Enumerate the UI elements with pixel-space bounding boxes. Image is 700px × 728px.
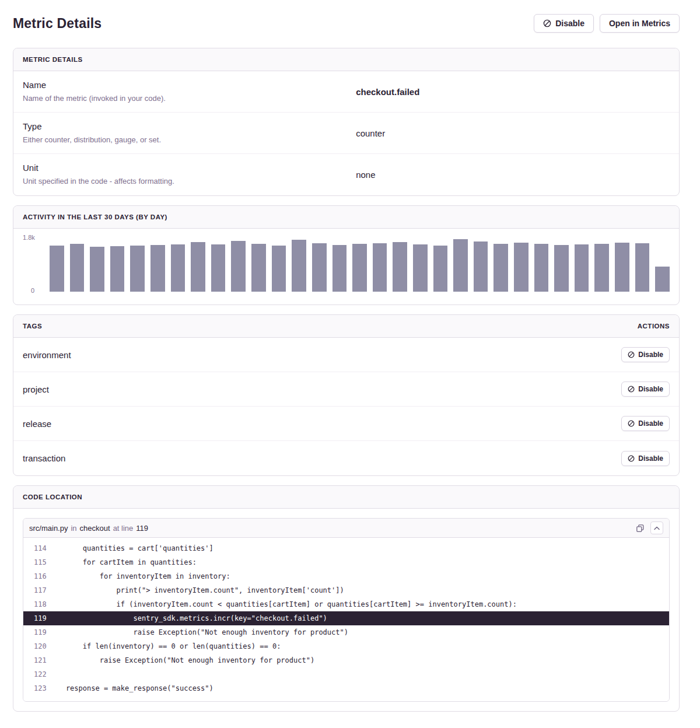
- detail-description: Either counter, distribution, gauge, or …: [23, 135, 356, 144]
- activity-bar: [594, 244, 609, 292]
- tag-row-environment: environment Disable: [13, 338, 679, 372]
- detail-value-unit: none: [356, 170, 670, 180]
- code-line-number: 119: [136, 524, 148, 533]
- activity-bar: [635, 243, 650, 292]
- code-line-text: if len(inventory) == 0 or len(quantities…: [49, 639, 281, 653]
- code-body: 114 quantities = cart['quantities'] 115 …: [23, 538, 669, 701]
- disable-tag-label: Disable: [638, 351, 663, 359]
- tags-panel: TAGS ACTIONS environment Disable project: [13, 314, 680, 476]
- activity-bar: [231, 241, 246, 292]
- metric-details-panel: METRIC DETAILS Name Name of the metric (…: [13, 48, 680, 196]
- activity-panel: ACTIVITY IN THE LAST 30 DAYS (BY DAY) 1.…: [13, 205, 680, 305]
- activity-bar: [171, 244, 186, 292]
- activity-bar: [413, 244, 428, 292]
- detail-row-name: Name Name of the metric (invoked in your…: [13, 71, 679, 113]
- activity-bar: [312, 243, 327, 292]
- ban-icon: [628, 386, 635, 393]
- tags-panel-header: TAGS ACTIONS: [13, 315, 679, 338]
- tag-name: release: [23, 419, 51, 429]
- disable-metric-label: Disable: [555, 19, 584, 28]
- detail-description: Unit specified in the code - affects for…: [23, 177, 356, 186]
- code-line: 114 quantities = cart['quantities']: [23, 541, 669, 555]
- activity-bar: [514, 243, 528, 292]
- detail-row-type-left: Type Either counter, distribution, gauge…: [23, 121, 356, 145]
- activity-bar: [534, 244, 549, 292]
- open-in-metrics-button[interactable]: Open in Metrics: [600, 14, 680, 33]
- code-line-text: sentry_sdk.metrics.incr(key="checkout.fa…: [49, 611, 327, 625]
- code-line-text: if (inventoryItem.count < quantities[car…: [49, 597, 517, 611]
- activity-bar: [50, 246, 64, 292]
- activity-bar: [453, 239, 468, 292]
- activity-bar: [433, 246, 448, 292]
- code-line-number: 114: [23, 541, 49, 555]
- activity-panel-header: ACTIVITY IN THE LAST 30 DAYS (BY DAY): [13, 206, 679, 229]
- activity-bar: [191, 242, 205, 292]
- disable-tag-label: Disable: [638, 385, 663, 393]
- code-at-line-word: at line: [113, 524, 134, 533]
- code-line-number: 123: [23, 681, 49, 695]
- disable-tag-environment-button[interactable]: Disable: [621, 347, 670, 362]
- activity-bar: [554, 245, 569, 292]
- page-header: Metric Details Disable Open in Metrics: [13, 14, 680, 33]
- tag-row-release: release Disable: [13, 407, 679, 441]
- code-line: 117 print("> inventoryItem.count", inven…: [23, 583, 669, 597]
- ban-icon: [543, 19, 551, 27]
- detail-label: Type: [23, 121, 356, 131]
- code-line-text: raise Exception("Not enough inventory fo…: [49, 653, 314, 667]
- tag-name: transaction: [23, 453, 65, 463]
- activity-bar: [494, 244, 508, 292]
- disable-tag-release-button[interactable]: Disable: [621, 416, 670, 431]
- code-line-number: 115: [23, 555, 49, 569]
- activity-bar: [70, 244, 85, 292]
- code-line-text: quantities = cart['quantities']: [49, 541, 214, 555]
- code-path: src/main.py in checkout at line 119: [29, 524, 148, 533]
- activity-bar: [393, 242, 407, 292]
- code-file-name: src/main.py: [29, 524, 68, 533]
- disable-tag-label: Disable: [638, 454, 663, 463]
- detail-value-type: counter: [356, 128, 670, 138]
- activity-bar: [90, 247, 104, 292]
- collapse-code-button[interactable]: [650, 522, 663, 534]
- page-title: Metric Details: [13, 16, 102, 32]
- code-line: 118 if (inventoryItem.count < quantities…: [23, 597, 669, 611]
- activity-bar: [615, 243, 629, 292]
- activity-bar: [130, 246, 145, 292]
- activity-bar: [150, 245, 165, 292]
- detail-row-unit-left: Unit Unit specified in the code - affect…: [23, 163, 356, 187]
- activity-bar: [655, 267, 670, 292]
- code-line-number: 119: [23, 611, 49, 625]
- disable-tag-transaction-button[interactable]: Disable: [621, 451, 670, 466]
- open-in-metrics-label: Open in Metrics: [609, 19, 670, 28]
- activity-bar: [211, 244, 226, 292]
- tag-row-transaction: transaction Disable: [13, 441, 679, 475]
- code-snippet-frame: src/main.py in checkout at line 119: [23, 518, 670, 702]
- code-line-number: 119: [23, 625, 49, 639]
- detail-value-name: checkout.failed: [356, 87, 670, 97]
- code-line-number: 122: [23, 667, 49, 681]
- code-line-number: 116: [23, 569, 49, 583]
- code-line-number: 118: [23, 597, 49, 611]
- header-actions: Disable Open in Metrics: [534, 14, 680, 33]
- code-line: 123 response = make_response("success"): [23, 681, 669, 695]
- code-line: 115 for cartItem in quantities:: [23, 555, 669, 569]
- disable-metric-button[interactable]: Disable: [534, 14, 594, 33]
- disable-tag-project-button[interactable]: Disable: [621, 382, 670, 397]
- code-line-text: raise Exception("Not enough inventory fo…: [49, 625, 348, 639]
- code-location-panel-title: CODE LOCATION: [23, 494, 82, 501]
- detail-row-unit: Unit Unit specified in the code - affect…: [13, 154, 679, 195]
- metric-details-panel-header: METRIC DETAILS: [13, 48, 679, 71]
- code-header-actions: [635, 522, 663, 534]
- activity-bar: [373, 243, 387, 292]
- metric-details-panel-title: METRIC DETAILS: [23, 56, 83, 63]
- metric-details-page: Metric Details Disable Open in Metrics M…: [0, 0, 700, 728]
- code-location-panel: CODE LOCATION src/main.py in checkout at…: [13, 485, 680, 712]
- ban-icon: [628, 455, 635, 462]
- y-axis-tick-zero: 0: [23, 287, 46, 294]
- detail-row-name-left: Name Name of the metric (invoked in your…: [23, 80, 356, 103]
- code-line-text: for cartItem in quantities:: [49, 555, 197, 569]
- code-line: 122: [23, 667, 669, 681]
- copy-code-button[interactable]: [635, 523, 646, 534]
- code-function-name: checkout: [80, 524, 110, 533]
- ban-icon: [628, 420, 635, 427]
- detail-label: Unit: [23, 163, 356, 173]
